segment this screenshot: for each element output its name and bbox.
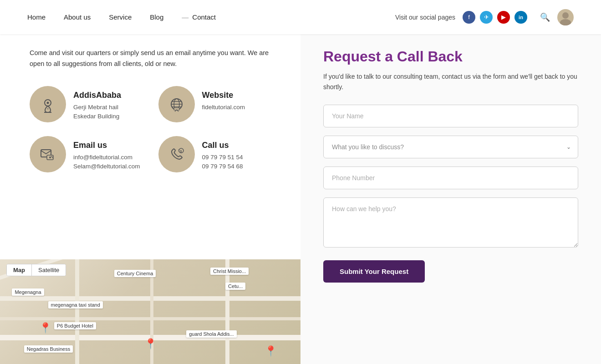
location-icon-circle bbox=[30, 86, 66, 122]
email-icon bbox=[39, 145, 57, 163]
nav-about[interactable]: About us bbox=[64, 13, 91, 21]
telegram-icon[interactable]: ✈ bbox=[480, 11, 493, 24]
email-title: Email us bbox=[73, 141, 140, 150]
facebook-icon[interactable]: f bbox=[463, 11, 475, 24]
contact-grid: AddisAbaba Gerji Mebrat hailEskedar Buil… bbox=[30, 86, 278, 172]
nav-blog[interactable]: Blog bbox=[150, 13, 163, 21]
youtube-icon[interactable]: ▶ bbox=[497, 11, 510, 24]
map-label-taxi: megenagna taxi stand bbox=[48, 301, 103, 308]
left-panel: Come and visit our quarters or simply se… bbox=[0, 34, 300, 364]
map-section: Megenagna Century Cinema megenagna taxi … bbox=[0, 259, 300, 364]
right-panel: Request a Call Back If you'd like to tal… bbox=[300, 34, 601, 364]
phone-field-group bbox=[323, 167, 578, 189]
contact-email: Email us info@fideltutorial.comSelam@fid… bbox=[30, 136, 149, 172]
form-subtitle: If you'd like to talk to our consulting … bbox=[323, 71, 578, 92]
email-info: Email us info@fideltutorial.comSelam@fid… bbox=[73, 136, 140, 172]
email-icon-circle bbox=[30, 136, 66, 172]
map-label-guard: guard Shola Addis... bbox=[186, 330, 236, 338]
social-icons: f ✈ ▶ in bbox=[463, 11, 527, 24]
contact-location: AddisAbaba Gerji Mebrat hailEskedar Buil… bbox=[30, 86, 149, 122]
svg-point-0 bbox=[562, 12, 569, 19]
website-title: Website bbox=[202, 91, 245, 100]
website-info: Website fideltutorial.com bbox=[202, 86, 245, 112]
form-title: Request a Call Back bbox=[323, 48, 578, 65]
visit-social-text: Visit our social pages bbox=[395, 14, 455, 21]
contact-form: What you like to discuss? General Inquir… bbox=[323, 105, 578, 283]
svg-point-5 bbox=[47, 108, 49, 110]
map-label-christ: Christ Missio... bbox=[210, 268, 249, 275]
email-addresses: info@fideltutorial.comSelam@fideltutoria… bbox=[73, 153, 140, 172]
phone-info: Call us 09 79 79 51 5409 79 79 54 68 bbox=[202, 136, 243, 172]
website-url: fideltutorial.com bbox=[202, 103, 245, 112]
nav-service[interactable]: Service bbox=[109, 13, 132, 21]
linkedin-icon[interactable]: in bbox=[514, 11, 527, 24]
svg-point-16 bbox=[49, 157, 51, 158]
intro-text: Come and visit our quarters or simply se… bbox=[30, 48, 278, 70]
nav-right: Visit our social pages f ✈ ▶ in 🔍 bbox=[395, 9, 574, 25]
nav-home[interactable]: Home bbox=[27, 13, 46, 21]
map-toggle: Map Satellite bbox=[6, 264, 66, 276]
contact-dash: — bbox=[182, 13, 188, 21]
location-info: AddisAbaba Gerji Mebrat hailEskedar Buil… bbox=[73, 86, 121, 121]
discuss-field-group: What you like to discuss? General Inquir… bbox=[323, 136, 578, 158]
navbar: Home About us Service Blog —Contact Visi… bbox=[0, 0, 601, 34]
map-label-hotel: P6 Budget Hotel bbox=[54, 322, 96, 329]
map-btn-satellite[interactable]: Satellite bbox=[31, 264, 66, 276]
phone-icon-circle: $ bbox=[158, 136, 195, 172]
nav-links: Home About us Service Blog —Contact bbox=[27, 13, 216, 21]
name-field-group bbox=[323, 105, 578, 127]
map-label-cinema: Century Cinema bbox=[114, 270, 156, 277]
map-label-megenagna: Megenagna bbox=[12, 288, 44, 296]
map-btn-map[interactable]: Map bbox=[7, 264, 31, 276]
contact-website: Website fideltutorial.com bbox=[158, 86, 278, 122]
website-icon bbox=[168, 95, 186, 113]
website-icon-circle bbox=[158, 86, 195, 122]
discuss-select[interactable]: What you like to discuss? General Inquir… bbox=[323, 136, 578, 158]
map-pin-2: 📍 bbox=[144, 338, 157, 350]
phone-input[interactable] bbox=[323, 167, 578, 189]
name-input[interactable] bbox=[323, 105, 578, 127]
svg-point-3 bbox=[47, 101, 49, 104]
search-button[interactable]: 🔍 bbox=[540, 12, 550, 22]
svg-text:$: $ bbox=[180, 149, 182, 153]
phone-title: Call us bbox=[202, 141, 243, 150]
map-label-negadras: Negadras Business bbox=[24, 345, 73, 353]
location-address: Gerji Mebrat hailEskedar Building bbox=[73, 103, 121, 121]
map-background[interactable]: Megenagna Century Cinema megenagna taxi … bbox=[0, 259, 300, 364]
phone-numbers: 09 79 79 51 5409 79 79 54 68 bbox=[202, 153, 243, 172]
contact-phone: $ Call us 09 79 79 51 5409 79 79 54 68 bbox=[158, 136, 278, 172]
phone-icon: $ bbox=[168, 145, 186, 163]
location-icon bbox=[39, 95, 57, 113]
avatar bbox=[557, 9, 574, 25]
map-pin-1: 📍 bbox=[39, 322, 51, 334]
nav-contact[interactable]: —Contact bbox=[182, 13, 216, 21]
svg-point-1 bbox=[560, 19, 571, 25]
page-body: Come and visit our quarters or simply se… bbox=[0, 34, 601, 364]
location-title: AddisAbaba bbox=[73, 91, 121, 100]
message-field-group bbox=[323, 197, 578, 249]
submit-button[interactable]: Submit Your Request bbox=[323, 260, 425, 283]
map-pin-3: 📍 bbox=[265, 345, 277, 357]
message-textarea[interactable] bbox=[323, 197, 578, 248]
map-label-cetu: Cetu... bbox=[225, 283, 245, 290]
